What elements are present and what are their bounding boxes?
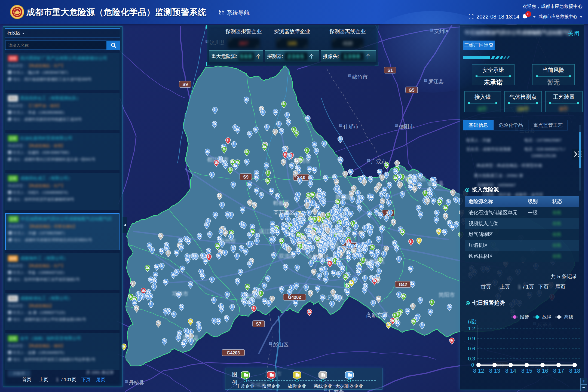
svg-text:8-16: 8-16 — [537, 368, 548, 374]
svg-text:丹棱县: 丹棱县 — [129, 380, 144, 385]
svg-text:高新南区: 高新南区 — [307, 253, 329, 259]
svg-text:温江区: 温江区 — [259, 228, 275, 234]
svg-text:高新东区: 高新东区 — [366, 312, 388, 318]
svg-text:郫都区: 郫都区 — [273, 200, 289, 206]
svg-text:德阳市: 德阳市 — [399, 124, 414, 129]
svg-text:邛崃市: 邛崃市 — [172, 291, 188, 297]
svg-text:广汉市: 广汉市 — [371, 159, 387, 164]
svg-text:S9: S9 — [182, 82, 188, 87]
svg-text:S9: S9 — [243, 175, 249, 179]
svg-text:天府新区: 天府新区 — [322, 294, 344, 300]
svg-text:彭州市: 彭州市 — [294, 158, 310, 164]
svg-text:彭山区: 彭山区 — [273, 342, 289, 347]
svg-text:金牛区: 金牛区 — [307, 223, 323, 229]
svg-text:新津县: 新津县 — [245, 293, 261, 299]
svg-text:8-18: 8-18 — [569, 368, 580, 374]
svg-text:(起): (起) — [468, 319, 477, 324]
svg-text:0.6: 0.6 — [468, 346, 475, 351]
svg-text:双流区: 双流区 — [279, 253, 295, 259]
svg-text:成华区: 成华区 — [329, 229, 345, 235]
svg-text:武侯区: 武侯区 — [296, 244, 312, 250]
svg-text:大邑县: 大邑县 — [188, 253, 205, 259]
svg-text:应急管理: 应急管理 — [15, 7, 20, 8]
svg-text:崇州市: 崇州市 — [219, 238, 236, 244]
svg-text:G4203: G4203 — [227, 351, 240, 355]
svg-text:G42: G42 — [399, 282, 407, 287]
svg-text:青羊区: 青羊区 — [309, 235, 325, 241]
svg-text:锦江区: 锦江区 — [323, 242, 339, 248]
svg-text:8-13: 8-13 — [489, 368, 500, 374]
svg-text:S7: S7 — [256, 322, 261, 326]
svg-text:8-12: 8-12 — [473, 368, 484, 374]
svg-text:8-14: 8-14 — [505, 368, 516, 374]
svg-text:1.2: 1.2 — [468, 326, 475, 331]
svg-text:都江堰市: 都江堰市 — [207, 157, 229, 163]
svg-text:绵竹市: 绵竹市 — [352, 74, 368, 80]
svg-text:什邡市: 什邡市 — [343, 124, 359, 129]
svg-text:8-17: 8-17 — [553, 368, 564, 374]
svg-text:0: 0 — [471, 362, 474, 368]
svg-text:0.3: 0.3 — [468, 356, 475, 362]
svg-text:简阳市: 简阳市 — [439, 292, 455, 298]
svg-text:青白江区: 青白江区 — [404, 176, 426, 182]
svg-text:0.9: 0.9 — [468, 336, 475, 341]
svg-text:蒲江县: 蒲江县 — [182, 335, 199, 341]
svg-text:G4202: G4202 — [288, 295, 301, 300]
svg-text:8-15: 8-15 — [521, 368, 532, 374]
svg-text:龙泉驿区: 龙泉驿区 — [363, 258, 385, 264]
svg-text:金堂县: 金堂县 — [427, 180, 444, 186]
svg-text:新都区: 新都区 — [335, 194, 352, 200]
svg-text:高新西区: 高新西区 — [273, 210, 295, 216]
